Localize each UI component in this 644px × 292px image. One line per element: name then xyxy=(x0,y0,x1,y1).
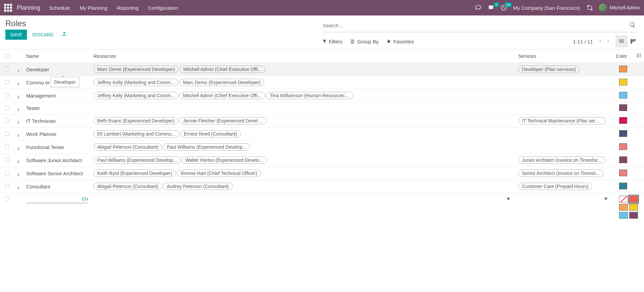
table-row[interactable]: ▲▼DeveloperMarc Demo (Experienced Develo… xyxy=(0,63,644,76)
row-resources[interactable]: Beth Evans (Experienced Developer)Jennie… xyxy=(91,114,516,127)
drag-handle[interactable]: ▲▼ xyxy=(13,127,24,141)
row-checkbox[interactable] xyxy=(5,80,9,84)
color-none[interactable] xyxy=(619,196,628,203)
user-menu[interactable]: Mitchell Admin xyxy=(599,4,640,12)
filters-button[interactable]: Filters xyxy=(322,39,343,44)
row-services[interactable] xyxy=(516,127,613,141)
row-name[interactable]: IT Technician xyxy=(24,114,91,127)
row-services[interactable]: Senior Architect (Invoice on Timesh... xyxy=(516,167,613,180)
save-button[interactable]: SAVE xyxy=(5,30,27,40)
row-services[interactable] xyxy=(516,141,613,154)
drag-handle[interactable]: ▲▼ xyxy=(13,180,24,193)
debug-icon[interactable] xyxy=(586,4,593,11)
discard-button[interactable]: DISCARD xyxy=(31,30,55,40)
service-tag[interactable]: Junior Architect (Invoice on Timeshe... xyxy=(518,156,605,164)
row-checkbox[interactable] xyxy=(5,106,9,110)
resource-tag[interactable]: Audrey Peterson (Consultant) xyxy=(163,183,232,190)
row-name[interactable]: Tester xyxy=(24,102,91,114)
row-services[interactable]: Customer Care (Prepaid Hours) xyxy=(516,180,613,193)
nav-my-planning[interactable]: My Planning xyxy=(80,5,108,11)
pager-prev[interactable] xyxy=(596,37,604,46)
resource-tag[interactable]: Jeffrey Kelly (Marketing and Comm... xyxy=(93,79,178,86)
drag-handle[interactable]: ▲▼ xyxy=(13,141,24,154)
table-row[interactable]: ▲▼IT TechnicianBeth Evans (Experienced D… xyxy=(0,114,644,127)
row-services[interactable] xyxy=(516,89,613,102)
col-options-icon[interactable] xyxy=(633,49,644,63)
resource-tag[interactable]: Paul Williams (Experienced Develop... xyxy=(93,156,181,164)
resource-tag[interactable]: Jennie Fletcher (Experienced Develo... xyxy=(179,117,267,124)
row-services[interactable] xyxy=(516,102,613,114)
pager-next[interactable] xyxy=(604,37,612,46)
table-row[interactable]: ▲▼Software Junior ArchitectPaul Williams… xyxy=(0,154,644,167)
select-all-checkbox[interactable] xyxy=(5,53,9,58)
resource-tag[interactable]: Mitchell Admin (Chief Executive Offi... xyxy=(179,92,265,99)
nav-schedule[interactable]: Schedule xyxy=(49,5,70,11)
row-checkbox[interactable] xyxy=(5,171,9,175)
row-resources[interactable]: Keith Byrd (Experienced Developer)Ronnie… xyxy=(91,167,516,180)
row-name[interactable]: Developer xyxy=(24,63,91,76)
color-swatch[interactable] xyxy=(619,92,627,99)
table-row[interactable]: ▲▼ConsultantAbigail Peterson (Consultant… xyxy=(0,180,644,193)
service-tag[interactable]: IT Technical Maintenance (Plan servi... xyxy=(518,117,606,124)
col-services[interactable]: Services xyxy=(516,49,613,63)
color-swatch[interactable] xyxy=(619,104,627,111)
nav-configuration[interactable]: Configuration xyxy=(148,5,178,11)
color-option[interactable] xyxy=(629,204,638,211)
app-brand[interactable]: Planning xyxy=(17,4,40,11)
groupby-button[interactable]: Group By xyxy=(350,39,378,44)
export-icon[interactable] xyxy=(62,32,67,37)
new-resources-dropdown[interactable]: ▼ xyxy=(506,196,511,202)
service-tag[interactable]: Customer Care (Prepaid Hours) xyxy=(518,183,592,190)
messages-icon[interactable]: 5 xyxy=(488,4,494,11)
table-row[interactable]: ▲▼ManagementJeffrey Kelly (Marketing and… xyxy=(0,89,644,102)
resource-tag[interactable]: Beth Evans (Experienced Developer) xyxy=(93,117,178,124)
voip-icon[interactable] xyxy=(475,4,482,11)
row-name[interactable]: Consultant xyxy=(24,180,91,193)
drag-handle[interactable]: ▲▼ xyxy=(13,89,24,102)
row-services[interactable]: Developer (Plan services) xyxy=(516,63,613,76)
col-color[interactable]: Color xyxy=(613,49,633,63)
pager-text[interactable]: 1-11 / 11 xyxy=(573,39,593,44)
row-resources[interactable]: Paul Williams (Experienced Develop...Wal… xyxy=(91,154,516,167)
resource-tag[interactable]: Tina Williamson (Human Resources ... xyxy=(266,92,353,99)
nav-reporting[interactable]: Reporting xyxy=(117,5,139,11)
search-input[interactable] xyxy=(322,21,627,30)
row-checkbox[interactable] xyxy=(5,184,9,188)
view-kanban-button[interactable] xyxy=(627,36,639,47)
new-services-dropdown[interactable]: ▼ xyxy=(603,196,608,202)
row-resources[interactable] xyxy=(91,102,516,114)
row-checkbox[interactable] xyxy=(5,118,9,123)
color-swatch[interactable] xyxy=(619,79,627,85)
view-list-button[interactable] xyxy=(616,36,627,47)
row-name[interactable]: Software Junior Architect xyxy=(24,154,91,167)
color-option[interactable] xyxy=(629,212,638,219)
service-tag[interactable]: Senior Architect (Invoice on Timesh... xyxy=(518,170,603,177)
row-checkbox[interactable] xyxy=(5,158,9,162)
drag-handle[interactable]: ▲▼ xyxy=(13,102,24,114)
search-icon[interactable] xyxy=(627,20,639,31)
drag-handle[interactable]: ▲▼ xyxy=(13,114,24,127)
color-swatch[interactable] xyxy=(619,66,627,72)
table-row[interactable]: ▲▼Work PlannerEli Lambert (Marketing and… xyxy=(0,127,644,141)
resource-tag[interactable]: Marc Demo (Experienced Developer) xyxy=(93,66,179,73)
row-resources[interactable]: Jeffrey Kelly (Marketing and Comm...Marc… xyxy=(91,76,516,89)
row-name[interactable]: Management xyxy=(24,89,91,102)
company-selector[interactable]: My Company (San Francisco) xyxy=(513,5,580,11)
color-swatch[interactable] xyxy=(619,170,627,176)
row-resources[interactable]: Abigail Peterson (Consultant)Paul Willia… xyxy=(91,141,516,154)
new-row-checkbox[interactable] xyxy=(5,196,9,200)
table-row[interactable]: ▲▼Commu erJeffrey Kelly (Marketing and C… xyxy=(0,76,644,89)
resource-tag[interactable]: Abigail Peterson (Consultant) xyxy=(93,143,162,151)
row-checkbox[interactable] xyxy=(5,132,9,136)
color-option[interactable] xyxy=(619,212,628,219)
row-resources[interactable]: Eli Lambert (Marketing and Commu...Ernes… xyxy=(91,127,516,141)
drag-handle[interactable]: ▲▼ xyxy=(13,63,24,76)
row-checkbox[interactable] xyxy=(5,93,9,98)
col-name[interactable]: Name xyxy=(24,49,91,63)
color-swatch[interactable] xyxy=(619,156,627,163)
color-swatch[interactable] xyxy=(619,143,627,150)
new-name-input[interactable] xyxy=(26,196,88,203)
resource-tag[interactable]: Paul Williams (Experienced Develop... xyxy=(163,143,250,151)
row-checkbox[interactable] xyxy=(5,67,9,71)
color-swatch[interactable] xyxy=(619,117,627,124)
